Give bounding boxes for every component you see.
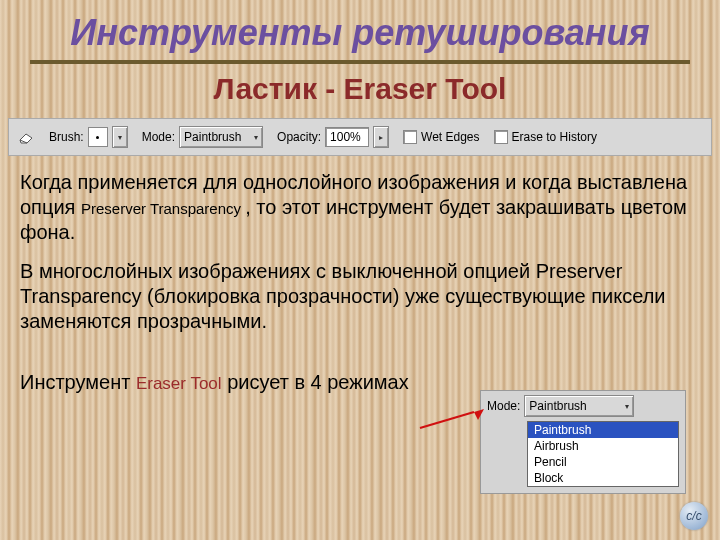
mode-panel-label: Mode: [487,399,520,413]
mode-dropdown-panel: Mode: Paintbrush ▾ Paintbrush Airbrush P… [480,390,686,494]
erase-history-group: Erase to History [494,130,597,144]
eraser-icon [17,130,35,144]
wet-edges-checkbox[interactable] [403,130,417,144]
mode-option-pencil[interactable]: Pencil [528,454,678,470]
arrow-icon [418,408,488,434]
brush-label: Brush: [49,130,84,144]
opacity-label: Opacity: [277,130,321,144]
paragraph-2: В многослойных изображениях с выключенно… [20,259,694,334]
erase-history-checkbox[interactable] [494,130,508,144]
brush-picker-group: Brush: ▾ [49,126,128,148]
wet-edges-group: Wet Edges [403,130,479,144]
page-subtitle: Ластик - Eraser Tool [0,72,720,106]
mode-options-list: Paintbrush Airbrush Pencil Block [527,421,679,487]
chevron-down-icon: ▾ [254,133,258,142]
brush-dropdown-button[interactable]: ▾ [112,126,128,148]
svg-marker-0 [20,134,32,143]
chevron-down-icon: ▾ [625,402,629,411]
mode-dropdown[interactable]: Paintbrush ▾ [179,126,263,148]
mode-option-block[interactable]: Block [528,470,678,486]
svg-marker-3 [474,409,484,420]
mode-group: Mode: Paintbrush ▾ [142,126,263,148]
brush-swatch[interactable] [88,127,108,147]
mode-option-paintbrush[interactable]: Paintbrush [528,422,678,438]
wet-edges-label: Wet Edges [421,130,479,144]
mode-panel-dropdown[interactable]: Paintbrush ▾ [524,395,634,417]
title-divider [30,60,690,64]
eraser-options-toolbar: Brush: ▾ Mode: Paintbrush ▾ Opacity: 100… [8,118,712,156]
opacity-group: Opacity: 100% ▸ [277,126,389,148]
inline-term: Preserver Transparency [81,200,245,217]
svg-line-2 [420,412,474,428]
page-title: Инструменты ретуширования [0,0,720,54]
mode-label: Mode: [142,130,175,144]
mode-option-airbrush[interactable]: Airbrush [528,438,678,454]
opacity-flyout-button[interactable]: ▸ [373,126,389,148]
paragraph-1: Когда применяется для однослойного изобр… [20,170,694,245]
opacity-input[interactable]: 100% [325,127,369,147]
paragraph-3: Инструмент Eraser Tool рисует в 4 режима… [20,370,430,395]
erase-history-label: Erase to History [512,130,597,144]
mode-value: Paintbrush [184,130,241,144]
logo-badge: c/c [680,502,708,530]
inline-tool-name: Eraser Tool [136,374,222,393]
